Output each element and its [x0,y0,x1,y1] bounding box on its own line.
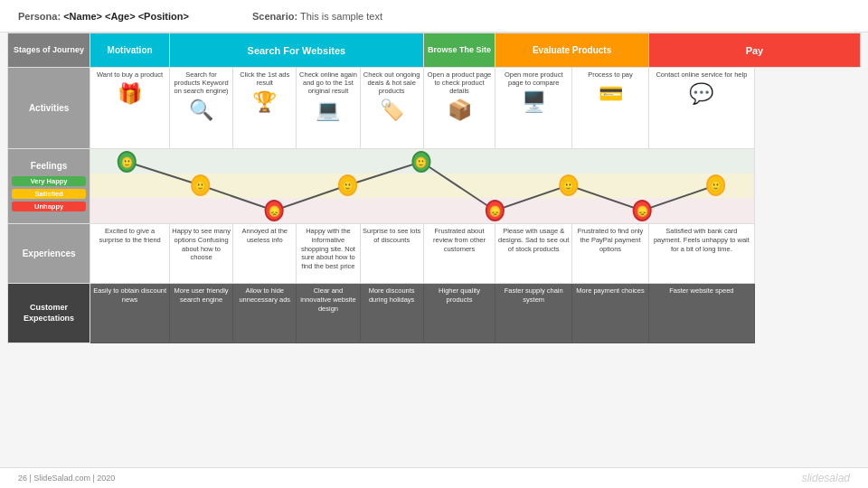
activities-label: Activities [8,68,90,149]
column-headers-row: Stages of Journey Motivation Search For … [8,33,861,68]
exp-e-0: Easily to obtain discount news [90,284,170,343]
svg-text:🙂: 🙂 [342,179,354,192]
activity-1: Search for products Keyword on search en… [169,68,232,149]
svg-text:🙂: 🙂 [416,155,429,169]
search-header: Search For Websites [169,33,423,68]
exp-e-5: Higher quality products [423,284,495,343]
feelings-chart: 🙂 🙂 😞 🙂 🙂 [90,149,755,224]
feelings-row: Feelings Very Happy Satisfied Unhappy [8,149,861,224]
exp-e-6: Faster supply chain system [495,284,572,343]
exp-e-1: More user friendly search engine [169,284,232,343]
stage-header: Stages of Journey [8,33,90,68]
motivation-header: Motivation [90,33,170,68]
journey-table: Stages of Journey Motivation Search For … [7,33,861,343]
svg-text:😞: 😞 [489,204,502,218]
expectations-label: Customer Expectations [8,284,90,343]
footer-brand: slidesalad [802,472,850,484]
activity-7: Process to pay 💳 [572,68,649,149]
activity-5: Open a product page to check product det… [423,68,495,149]
scenario-info: Scenario: This is sample text [252,11,382,22]
activity-3: Check online again and go to the 1st ori… [297,68,360,149]
emotion-chart-svg: 🙂 🙂 😞 🙂 🙂 [90,149,754,223]
activities-row: Activities Want to buy a product 🎁 Searc… [8,68,861,149]
svg-text:🙂: 🙂 [121,155,134,169]
exp-2: Annoyed at the useless info [233,224,297,284]
journey-table-wrapper: Stages of Journey Motivation Search For … [0,33,868,343]
unhappy-label: Unhappy [12,202,86,211]
footer: 26 | SlideSalad.com | 2020 slidesalad [0,467,868,488]
satisfied-label: Satisfied [12,189,86,199]
happy-label: Very Happy [12,176,86,186]
persona-info: Persona: <Name> <Age> <Position> [18,11,189,22]
exp-7: Frustrated to find only the PayPal payme… [572,224,649,284]
experiences-row: Experiences Excited to give a surprise t… [8,224,861,284]
exp-e-7: More payment choices [572,284,649,343]
activity-8: Contact online service for help 💬 [648,68,754,149]
svg-text:😞: 😞 [269,204,281,218]
exp-8: Satisfied with bank card payment. Feels … [648,224,754,284]
svg-rect-1 [90,174,754,198]
exp-e-2: Allow to hide unnecessary ads [233,284,297,343]
experiences-label: Experiences [8,224,90,284]
feelings-label-cell: Feelings Very Happy Satisfied Unhappy [8,149,90,224]
activity-4: Check out ongoing deals & hot sale produ… [360,68,423,149]
exp-1: Happy to see many options Confusing abou… [169,224,232,284]
header: Persona: <Name> <Age> <Position> Scenari… [0,0,868,33]
feelings-label: Feelings [12,161,86,171]
exp-4: Surprise to see lots of discounts [360,224,423,284]
svg-text:🙂: 🙂 [194,179,207,192]
browse-header: Browse The Site [423,33,495,68]
exp-e-8: Faster website speed [648,284,754,343]
slide: Persona: <Name> <Age> <Position> Scenari… [0,0,868,488]
activity-2: Click the 1st ads result 🏆 [233,68,297,149]
exp-0: Excited to give a surprise to the friend [90,224,170,284]
pay-header: Pay [648,33,860,68]
exp-5: Frustrated about review from other custo… [423,224,495,284]
exp-e-4: More discounts during holidays [360,284,423,343]
activity-0: Want to buy a product 🎁 [90,68,170,149]
svg-rect-2 [90,198,754,223]
svg-text:🙂: 🙂 [563,179,576,192]
exp-6: Please with usage & designs. Sad to see … [495,224,572,284]
exp-3: Happy with the informative shopping site… [297,224,360,284]
svg-text:😞: 😞 [637,204,649,218]
evaluate-header: Evaluate Products [495,33,649,68]
expectations-row: Customer Expectations Easily to obtain d… [8,284,861,343]
svg-text:🙂: 🙂 [710,179,722,192]
footer-info: 26 | SlideSalad.com | 2020 [18,474,115,483]
exp-e-3: Clear and innovative website design [297,284,360,343]
activity-6: Open more product page to compare 🖥️ [495,68,572,149]
